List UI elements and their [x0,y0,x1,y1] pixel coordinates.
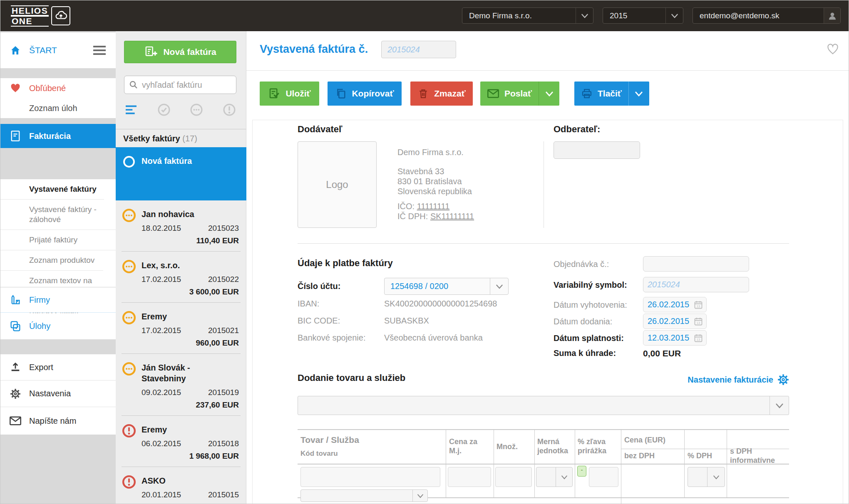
sidebar-item-label: Úlohy [29,321,50,331]
print-dropdown-button[interactable] [628,82,649,106]
sidebar-item-export[interactable]: Export [0,354,116,380]
unit-select[interactable] [536,467,573,487]
new-invoice-button[interactable]: Nová faktúra [124,41,236,63]
item-preset-select[interactable] [298,396,789,415]
due-date-value: 12.03.2015 [648,333,689,343]
company-select[interactable]: Demo Firma s.r.o. [462,7,593,24]
list-header-label: Všetky faktúry [123,134,180,143]
invoice-date: 20.01.2015 [142,490,181,500]
sidebar-item-label: Zoznam úloh [29,104,77,113]
chevron-down-icon [665,8,683,23]
item-name-input[interactable] [300,467,440,487]
favorite-heart-icon[interactable] [827,43,839,55]
discount-sign-toggle[interactable]: - [577,466,586,477]
list-item-invoice[interactable]: ASKO 20.01.20152015015 [116,467,246,504]
filter-bar [124,103,236,117]
list-item-new-invoice[interactable]: Nová faktúra [116,147,246,200]
list-item-invoice[interactable]: Eremy 17.02.20152015021 960,00 EUR [116,303,246,354]
print-button[interactable]: Tlačiť [574,82,628,106]
user-email: entdemo@entdemo.sk [700,11,779,20]
due-date-field[interactable]: 12.03.2015 13 [643,330,707,346]
sidebar-item-received-invoices[interactable]: Prijaté faktúry [0,230,116,250]
column-header-with-vat: s DPH informatívne [730,447,784,465]
printer-icon [581,88,593,99]
sidebar-item-label: Fakturácia [29,131,71,141]
filter-pending-icon[interactable] [189,103,204,117]
year-select[interactable]: 2015 [603,7,683,24]
copy-button-label: Kopírovať [352,89,394,99]
send-button[interactable]: Poslať [480,82,539,106]
year-select-value: 2015 [610,11,627,20]
account-select[interactable]: 1254698 / 0200 [384,278,509,295]
topbar: HELIOS ONE Demo Firma s.r.o. 2015 [0,0,849,31]
column-header-vat: % DPH [688,451,712,460]
filter-overdue-icon[interactable] [222,103,236,117]
iban-label: IBAN: [298,299,319,309]
app-logo-text: HELIOS ONE [11,5,49,27]
send-dropdown-button[interactable] [539,82,559,106]
sidebar-item-task-list[interactable]: Zoznam úloh [0,98,116,118]
list-item-invoice[interactable]: Jan nohavica 18.02.20152015023 110,40 EU… [116,200,246,252]
search-field [124,76,236,94]
customer-input[interactable] [554,141,640,159]
send-split-button: Poslať [480,82,559,106]
sidebar-item-product-list[interactable]: Zoznam produktov [0,250,116,270]
vat-select[interactable] [688,467,725,487]
sidebar-item-issued-invoices[interactable]: Vystavené faktúry [0,179,116,199]
sidebar-item-invoicing[interactable]: Fakturácia [0,124,116,148]
item-code-select[interactable] [300,489,428,502]
menu-toggle-icon[interactable] [93,46,106,55]
discount-input[interactable] [589,467,618,487]
filter-paid-icon[interactable] [157,103,171,117]
supplier-icdph: IČ DPH: SK11111111 [397,211,474,221]
sidebar-item-settings[interactable]: Nastavenia [0,380,116,407]
save-button[interactable]: Uložiť [260,82,319,106]
invoicing-settings-link[interactable]: Nastavenie fakturácie [688,374,789,385]
quantity-input[interactable] [495,467,532,487]
sidebar-item-start[interactable]: ŠTART [0,32,116,68]
copy-button[interactable]: Kopírovať [328,82,402,106]
delivery-date-field[interactable]: 26.02.2015 13 [643,314,707,329]
variable-symbol-label: Variabilný symbol: [554,280,627,290]
supplier-country: Slovenská republika [397,186,472,196]
supplier-logo-box[interactable]: Logo [298,141,377,228]
app-logo: HELIOS ONE [11,5,70,27]
sidebar-item-favorites[interactable]: Obľúbené [0,78,116,98]
column-header-discount: % zľava prirážka [578,437,617,455]
column-header-no-vat: bez DPH [624,451,655,460]
filter-all-icon[interactable] [124,103,138,117]
send-button-label: Poslať [504,89,532,99]
invoice-number: 2015021 [208,326,239,336]
sidebar-item-label: Obľúbené [29,84,66,93]
list-item-invoice[interactable]: Ján Slovák - Stavebniny 09.02.2015201501… [116,354,246,416]
icdph-label: IČ DPH: [397,212,428,221]
envelope-icon [9,415,22,427]
unit-price-input[interactable] [448,467,491,487]
invoice-date: 06.02.2015 [142,439,181,449]
list-item-invoice[interactable]: Lex, s.r.o. 17.02.20152015022 3 600,00 E… [116,252,246,303]
invoice-date: 17.02.2015 [142,326,181,336]
cloud-icon [51,6,70,25]
delete-button[interactable]: Zmazať [410,82,473,106]
sidebar-item-label: Napíšte nám [29,416,76,426]
sidebar-item-label: Nastavenia [29,389,71,398]
issue-date-field[interactable]: 26.02.2015 13 [643,297,707,312]
sidebar-item-companies[interactable]: Firmy [0,287,116,313]
list-item-invoice[interactable]: Eremy 06.02.20152015018 1 968,00 EUR [116,416,246,467]
invoice-number: 2015023 [208,223,239,233]
sidebar-item-contact[interactable]: Napíšte nám [0,407,116,435]
user-menu[interactable]: entdemo@entdemo.sk [693,7,841,24]
helios-one-app: HELIOS ONE Demo Firma s.r.o. 2015 [0,0,849,504]
bank-value: Všeobecná úverová banka [384,333,483,343]
invoice-number-input[interactable] [381,41,456,58]
order-number-input[interactable] [643,256,749,272]
sidebar-item-issued-advance-invoices[interactable]: Vystavené faktúry - zálohové [0,199,104,230]
column-header-quantity: Množ. [496,442,518,451]
variable-symbol-input[interactable] [643,277,749,292]
home-icon [9,44,22,57]
chevron-down-icon [576,8,593,23]
sidebar-item-tasks[interactable]: Úlohy [0,313,116,339]
search-input[interactable] [142,80,229,90]
ico-label: IČO: [397,202,415,211]
companies-icon [9,294,22,306]
